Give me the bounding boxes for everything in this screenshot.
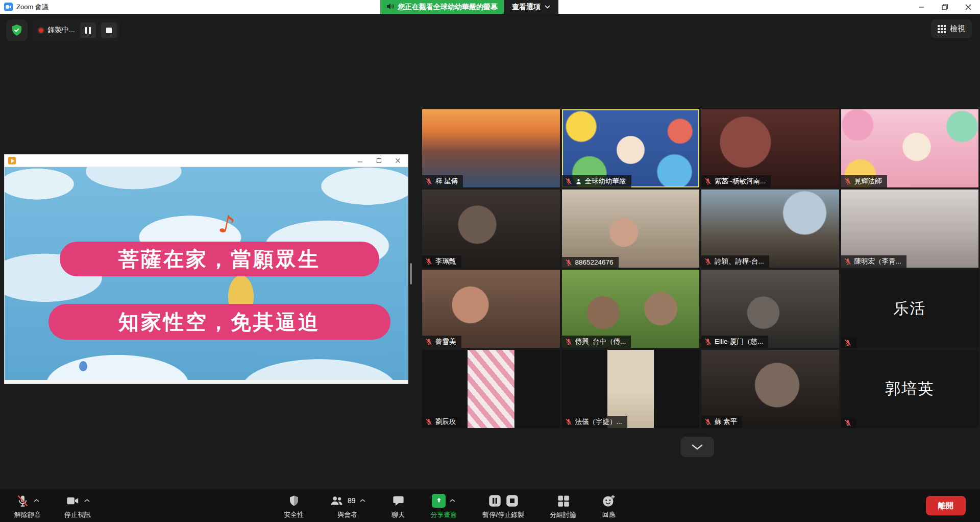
participant-tile[interactable]: 李珮甄 [422, 189, 560, 268]
viewing-banner-text: 您正在觀看全球幼幼華嚴的螢幕 [398, 3, 498, 12]
participant-name-tag: 法儀（宇婕）... [562, 416, 627, 428]
participant-name: 蘇 素平 [715, 417, 737, 426]
participant-name-tag [841, 418, 856, 428]
record-label: 暫停/停止錄製 [483, 510, 525, 519]
participant-name-tag: 曾雪美 [422, 336, 461, 348]
mic-muted-icon [16, 494, 30, 508]
shield-check-icon [11, 24, 22, 36]
mic-muted-icon [844, 258, 851, 265]
verse-banner-1: 菩薩在家，當願眾生 [60, 242, 379, 276]
participant-name: 詩穎、詩樺-台... [715, 257, 764, 266]
stop-video-button[interactable]: 停止視訊 [64, 489, 91, 522]
meeting-toolbar: 解除靜音 停止視訊 安全性 89 [0, 489, 980, 522]
participants-button[interactable]: 89 與會者 [329, 489, 366, 522]
participant-tile[interactable]: 釋 星傳 [422, 109, 560, 187]
security-button[interactable]: 安全性 [284, 489, 304, 522]
participant-name: Ellie-厦门（慈... [715, 337, 763, 346]
pause-recording-button[interactable] [80, 22, 96, 38]
player-minimize-icon[interactable] [357, 158, 363, 163]
participant-name-tag: 蘇 素平 [701, 416, 742, 428]
breakout-label: 分組討論 [550, 510, 576, 519]
mic-muted-icon [704, 178, 712, 185]
participant-name: 全球幼幼華嚴 [585, 177, 626, 186]
mic-muted-icon [844, 419, 851, 426]
security-shield-button[interactable] [6, 19, 28, 41]
chat-label: 聊天 [391, 510, 405, 519]
stop-recording-button[interactable] [101, 22, 117, 38]
participant-tile[interactable]: 紫菡~杨敏河南... [701, 109, 839, 187]
share-screen-button[interactable]: 分享畫面 [431, 489, 457, 522]
close-button[interactable] [957, 0, 980, 14]
player-titlebar [5, 155, 408, 167]
participant-tile[interactable]: 見輝法師 [841, 109, 979, 187]
participant-tile[interactable]: 曾雪美 [422, 270, 560, 348]
mic-muted-icon [844, 178, 851, 185]
participant-tile[interactable]: 詩穎、詩樺-台... [701, 189, 839, 268]
participant-name-tag: 陳明宏（李青... [841, 255, 906, 268]
chevron-down-icon [691, 443, 704, 450]
mic-muted-icon [425, 258, 432, 265]
participant-name-tag: 見輝法師 [841, 175, 887, 187]
pause-stop-recording-button[interactable]: 暫停/停止錄製 [483, 489, 525, 522]
breakout-rooms-button[interactable]: 分組討論 [550, 489, 576, 522]
chat-button[interactable]: 聊天 [391, 489, 405, 522]
participant-name-tag: Ellie-厦门（慈... [701, 336, 768, 348]
participant-name-tag: 詩穎、詩樺-台... [701, 255, 769, 268]
player-maximize-icon[interactable] [376, 158, 382, 163]
breakout-grid-icon [556, 494, 570, 508]
video-camera-icon [65, 494, 80, 508]
minimize-button[interactable] [910, 0, 933, 14]
reactions-button[interactable]: 回應 [602, 489, 616, 522]
pause-icon [85, 27, 91, 34]
participants-label: 與會者 [337, 510, 357, 519]
chevron-up-icon[interactable] [449, 499, 456, 503]
chevron-up-icon[interactable] [84, 499, 90, 503]
mic-muted-icon [425, 178, 432, 185]
grid-scroll-down-button[interactable] [680, 437, 714, 457]
participant-tile[interactable]: 劉辰玫 [422, 350, 560, 428]
zoom-logo-icon [4, 3, 13, 11]
verse-banner-2: 知家性空，免其逼迫 [48, 304, 390, 340]
view-options-dropdown[interactable]: 查看選項 [504, 0, 558, 14]
participants-count: 89 [348, 496, 356, 505]
participant-tile[interactable]: 傳興_台中（傳... [562, 270, 700, 348]
reactions-label: 回應 [602, 510, 616, 519]
participant-name: 紫菡~杨敏河南... [715, 177, 766, 186]
participant-tile[interactable]: 蘇 素平 [701, 350, 839, 428]
mic-muted-icon [704, 338, 712, 345]
chevron-up-icon[interactable] [359, 499, 366, 503]
participant-name: 劉辰玫 [435, 417, 456, 426]
participant-grid: 釋 星傳全球幼幼華嚴紫菡~杨敏河南...見輝法師李珮甄8865224676詩穎、… [422, 109, 978, 428]
unmute-button[interactable]: 解除靜音 [14, 489, 41, 522]
recording-label: 錄製中... [47, 26, 75, 35]
participant-tile[interactable]: 8865224676 [562, 189, 700, 268]
shared-screen-player-window: ♪ 菩薩在家，當願眾生 知家性空，免其逼迫 [4, 154, 408, 384]
view-button[interactable]: 檢視 [931, 19, 972, 38]
participant-name: 傳興_台中（傳... [575, 337, 626, 346]
participant-name-tag: 釋 星傳 [422, 175, 463, 187]
mic-muted-icon [425, 418, 432, 425]
participant-tile[interactable]: 法儀（宇婕）... [562, 350, 700, 428]
restore-button[interactable] [933, 0, 957, 14]
mic-muted-icon [844, 339, 851, 346]
chevron-up-icon[interactable] [33, 499, 40, 503]
participant-name-tag: 全球幼幼華嚴 [562, 175, 631, 187]
participant-tile[interactable]: 陳明宏（李青... [841, 189, 979, 268]
shield-icon [288, 494, 300, 508]
mic-muted-icon [565, 259, 572, 266]
participant-name: 李珮甄 [435, 257, 456, 266]
shared-video-content: ♪ 菩薩在家，當願眾生 知家性空，免其逼迫 [5, 167, 408, 380]
zoom-meeting-window: Zoom 會議 您正在觀看全球幼幼華嚴的螢幕 查看選項 [0, 0, 980, 522]
participant-tile[interactable]: 乐活 [841, 270, 979, 348]
participant-tile[interactable]: 全球幼幼華嚴 [562, 109, 700, 187]
view-options-label: 查看選項 [512, 3, 541, 12]
mic-muted-icon [425, 338, 432, 345]
panel-resize-handle[interactable] [410, 263, 412, 284]
leave-button[interactable]: 離開 [926, 496, 966, 515]
participant-tile[interactable]: 郭培英 [841, 350, 979, 428]
participant-tile[interactable]: Ellie-厦门（慈... [701, 270, 839, 348]
participant-center-name: 郭培英 [841, 350, 979, 428]
mic-muted-icon [565, 178, 572, 185]
chevron-down-icon [545, 5, 550, 9]
player-close-icon[interactable] [395, 158, 401, 163]
